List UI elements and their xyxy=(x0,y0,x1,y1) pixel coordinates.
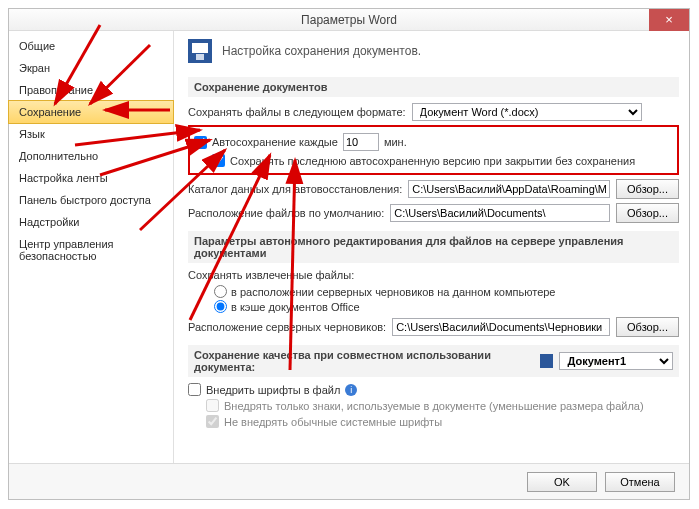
close-button[interactable]: × xyxy=(649,9,689,31)
titlebar: Параметры Word × xyxy=(9,9,689,31)
default-loc-label: Расположение файлов по умолчанию: xyxy=(188,207,384,219)
embed-fonts-checkbox[interactable] xyxy=(188,383,201,396)
section-save-title: Сохранение документов xyxy=(188,77,679,97)
skip-system-fonts-checkbox xyxy=(206,415,219,428)
sidebar-item-language[interactable]: Язык xyxy=(9,123,173,145)
recover-dir-input[interactable] xyxy=(408,180,610,198)
sidebar-item-save[interactable]: Сохранение xyxy=(8,100,174,124)
skip-system-fonts-label: Не внедрять обычные системные шрифты xyxy=(224,416,442,428)
cancel-button[interactable]: Отмена xyxy=(605,472,675,492)
sidebar-item-advanced[interactable]: Дополнительно xyxy=(9,145,173,167)
ok-button[interactable]: OK xyxy=(527,472,597,492)
browse-default-button[interactable]: Обзор... xyxy=(616,203,679,223)
keep-last-autosave-label: Сохранять последнюю автосохраненную верс… xyxy=(230,155,635,167)
radio-cache-label: в кэше документов Office xyxy=(231,301,360,313)
section-quality-title: Сохранение качества при совместном испол… xyxy=(194,349,534,373)
drafts-loc-label: Расположение серверных черновиков: xyxy=(188,321,386,333)
sidebar-item-addins[interactable]: Надстройки xyxy=(9,211,173,233)
browse-recover-button[interactable]: Обзор... xyxy=(616,179,679,199)
format-label: Сохранять файлы в следующем формате: xyxy=(188,106,406,118)
content-pane: Настройка сохранения документов. Сохране… xyxy=(174,31,689,463)
sidebar-item-proofing[interactable]: Правописание xyxy=(9,79,173,101)
radio-server-drafts[interactable] xyxy=(214,285,227,298)
autosave-checkbox[interactable] xyxy=(194,136,207,149)
radio-server-label: в расположении серверных черновиков на д… xyxy=(231,286,555,298)
sidebar-item-qat[interactable]: Панель быстрого доступа xyxy=(9,189,173,211)
document-icon xyxy=(540,354,553,368)
save-icon xyxy=(188,39,212,63)
sidebar-item-display[interactable]: Экран xyxy=(9,57,173,79)
section-offline-title: Параметры автономного редактирования для… xyxy=(188,231,679,263)
embed-used-only-checkbox xyxy=(206,399,219,412)
sidebar: Общие Экран Правописание Сохранение Язык… xyxy=(9,31,174,463)
format-select[interactable]: Документ Word (*.docx) xyxy=(412,103,642,121)
window-title: Параметры Word xyxy=(301,13,397,27)
sidebar-item-customize-ribbon[interactable]: Настройка ленты xyxy=(9,167,173,189)
embed-used-only-label: Внедрять только знаки, используемые в до… xyxy=(224,400,644,412)
section-quality-title-row: Сохранение качества при совместном испол… xyxy=(188,345,679,377)
keep-last-autosave-checkbox[interactable] xyxy=(212,154,225,167)
radio-office-cache[interactable] xyxy=(214,300,227,313)
sidebar-item-trust-center[interactable]: Центр управления безопасностью xyxy=(9,233,173,267)
info-icon: i xyxy=(345,384,357,396)
recover-dir-label: Каталог данных для автовосстановления: xyxy=(188,183,402,195)
sidebar-item-general[interactable]: Общие xyxy=(9,35,173,57)
browse-drafts-button[interactable]: Обзор... xyxy=(616,317,679,337)
embed-fonts-label: Внедрить шрифты в файл xyxy=(206,384,340,396)
drafts-loc-input[interactable] xyxy=(392,318,610,336)
autosave-unit: мин. xyxy=(384,136,407,148)
save-extracted-label: Сохранять извлеченные файлы: xyxy=(188,269,354,281)
highlight-box: Автосохранение каждые мин. Сохранять пос… xyxy=(188,125,679,175)
autosave-label: Автосохранение каждые xyxy=(212,136,338,148)
default-loc-input[interactable] xyxy=(390,204,610,222)
quality-doc-select[interactable]: Документ1 xyxy=(559,352,673,370)
autosave-minutes-input[interactable] xyxy=(343,133,379,151)
options-dialog: Параметры Word × Общие Экран Правописани… xyxy=(8,8,690,500)
page-header: Настройка сохранения документов. xyxy=(222,44,421,58)
dialog-footer: OK Отмена xyxy=(9,463,689,499)
